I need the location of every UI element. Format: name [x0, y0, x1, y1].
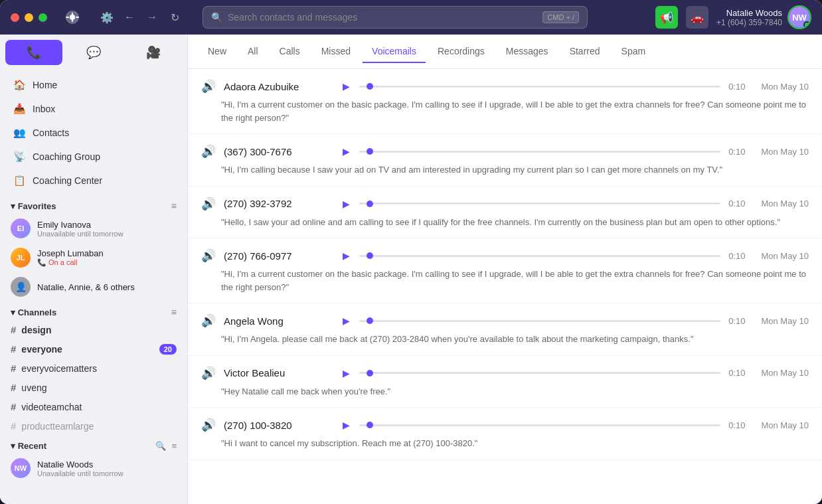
vm-transcript: "Hey Natalie call me back when you're fr… — [221, 385, 809, 398]
hash-icon: # — [11, 382, 16, 393]
channel-uveng[interactable]: # uveng — [0, 378, 187, 397]
channels-actions[interactable]: ≡ — [171, 307, 177, 317]
progress-bar[interactable] — [359, 86, 720, 88]
channel-everyvoicematters[interactable]: # everyvoicematters — [0, 359, 187, 378]
forward-button[interactable]: → — [143, 8, 161, 27]
vm-transcript: "Hi, I'm Angela. please call me back at … — [221, 333, 809, 346]
vm-controls: ▶ — [338, 417, 720, 433]
channel-videoteamchat[interactable]: # videoteamchat — [0, 397, 187, 416]
vm-controls: ▶ — [338, 196, 720, 212]
back-button[interactable]: ← — [120, 8, 139, 27]
voicemail-icon: 🔊 — [201, 418, 216, 432]
play-button[interactable]: ▶ — [338, 417, 354, 433]
channel-badge: 20 — [159, 344, 177, 355]
favorites-label: ▾ Favorites — [11, 201, 56, 211]
recent-natalie[interactable]: NW Natalie Woods Unavailable until tomor… — [0, 454, 187, 483]
tab-all[interactable]: All — [238, 41, 268, 63]
play-button[interactable]: ▶ — [338, 196, 354, 212]
search-recent-icon[interactable]: 🔍 — [155, 441, 166, 451]
voicemail-item[interactable]: 🔊 (270) 100-3820 ▶ 0:10 Mon May 10 "Hi I… — [188, 408, 822, 460]
play-button[interactable]: ▶ — [338, 143, 354, 159]
tab-recordings[interactable]: Recordings — [428, 41, 494, 63]
sidebar: 📞 💬 🎥 🏠 Home 📥 Inbox 👥 Contacts — [0, 35, 188, 504]
progress-bar[interactable] — [359, 320, 720, 322]
play-button[interactable]: ▶ — [338, 313, 354, 329]
titlebar-nav: ⚙️ ← → ↻ — [98, 8, 184, 27]
sidebar-item-contacts[interactable]: 👥 Contacts — [3, 121, 185, 145]
settings-button[interactable]: ⚙️ — [98, 8, 116, 27]
tab-voicemails[interactable]: Voicemails — [363, 41, 426, 63]
voicemail-list: 🔊 Adaora Azubuike ▶ 0:10 Mon May 10 "Hi,… — [188, 69, 822, 504]
channel-everyone[interactable]: # everyone 20 — [0, 339, 187, 359]
sidebar-item-coaching-center[interactable]: 📋 Coaching Center — [3, 169, 185, 193]
sidebar-item-label: Home — [33, 80, 57, 90]
favorite-joseph[interactable]: JL Joseph Lumaban 📞 On a call — [0, 243, 187, 272]
tab-missed[interactable]: Missed — [312, 41, 360, 63]
channel-design[interactable]: # design — [0, 320, 187, 339]
close-button[interactable] — [11, 13, 19, 22]
voicemail-item[interactable]: 🔊 (270) 392-3792 ▶ 0:10 Mon May 10 "Hell… — [188, 187, 822, 239]
voicemail-icon: 🔊 — [201, 366, 216, 380]
favorites-actions[interactable]: ≡ — [171, 201, 177, 211]
search-bar[interactable]: 🔍 CMD + / — [203, 6, 588, 29]
play-button[interactable]: ▶ — [338, 365, 354, 381]
channel-productteamlarge[interactable]: # productteamlarge — [0, 416, 187, 436]
search-input[interactable] — [228, 12, 542, 23]
progress-bar[interactable] — [359, 424, 720, 426]
channel-name: design — [21, 325, 51, 335]
tab-video[interactable]: 🎥 — [125, 40, 182, 65]
car-button[interactable]: 🚗 — [686, 6, 708, 29]
channels-section-header: ▾ Channels ≡ — [0, 301, 187, 320]
notification-button[interactable]: 📢 — [655, 6, 678, 29]
coaching-group-icon: 📡 — [13, 151, 26, 163]
play-button[interactable]: ▶ — [338, 78, 354, 94]
play-button[interactable]: ▶ — [338, 248, 354, 264]
joseph-name: Joseph Lumaban — [37, 248, 177, 258]
tab-starred[interactable]: Starred — [560, 41, 610, 63]
voicemail-item[interactable]: 🔊 (367) 300-7676 ▶ 0:10 Mon May 10 "Hi, … — [188, 134, 822, 187]
maximize-button[interactable] — [39, 13, 47, 22]
tab-messages[interactable]: Messages — [497, 41, 558, 63]
minimize-button[interactable] — [25, 13, 33, 22]
recent-section-header: ▾ Recent 🔍 ≡ — [0, 436, 187, 454]
natalie-info: Natalie Woods Unavailable until tomorrow — [37, 460, 177, 477]
progress-bar[interactable] — [359, 203, 720, 205]
tab-calls[interactable]: Calls — [270, 41, 309, 63]
sidebar-item-inbox[interactable]: 📥 Inbox — [3, 97, 185, 121]
tab-spam[interactable]: Spam — [612, 41, 655, 63]
recent-actions[interactable]: 🔍 ≡ — [155, 441, 177, 451]
titlebar-right: 📢 🚗 Natalie Woods +1 (604) 359-7840 NW — [655, 5, 811, 29]
tab-new[interactable]: New — [199, 41, 236, 63]
emily-name: Emily Ivanova — [37, 220, 177, 230]
voicemail-item[interactable]: 🔊 Angela Wong ▶ 0:10 Mon May 10 "Hi, I'm… — [188, 303, 822, 356]
progress-bar[interactable] — [359, 151, 720, 153]
voicemail-item[interactable]: 🔊 Adaora Azubuike ▶ 0:10 Mon May 10 "Hi,… — [188, 69, 822, 134]
progress-bar[interactable] — [359, 255, 720, 257]
voicemail-item[interactable]: 🔊 (270) 766-0977 ▶ 0:10 Mon May 10 "Hi, … — [188, 238, 822, 303]
channel-name: everyvoicematters — [21, 363, 97, 374]
vm-header: 🔊 (270) 392-3792 ▶ 0:10 Mon May 10 — [201, 196, 809, 212]
sidebar-item-coaching-group[interactable]: 📡 Coaching Group — [3, 145, 185, 169]
group-name: Natalie, Annie, & 6 others — [37, 282, 177, 292]
vm-date: Mon May 10 — [761, 420, 809, 430]
tab-phone[interactable]: 📞 — [5, 40, 62, 65]
main-layout: 📞 💬 🎥 🏠 Home 📥 Inbox 👥 Contacts — [0, 35, 822, 504]
tab-messages[interactable]: 💬 — [65, 40, 122, 65]
avatar[interactable]: NW — [787, 5, 811, 29]
more-recent-icon[interactable]: ≡ — [171, 441, 177, 451]
refresh-button[interactable]: ↻ — [165, 8, 184, 27]
sidebar-item-home[interactable]: 🏠 Home — [3, 73, 185, 97]
caller-name: (270) 392-3792 — [224, 198, 330, 209]
app-window: ⚙️ ← → ↻ 🔍 CMD + / 📢 🚗 Natalie Woods +1 … — [0, 0, 822, 504]
favorite-emily[interactable]: EI Emily Ivanova Unavailable until tomor… — [0, 214, 187, 243]
favorite-group[interactable]: 👤 Natalie, Annie, & 6 others — [0, 272, 187, 301]
progress-bar[interactable] — [359, 372, 720, 374]
hash-icon: # — [11, 420, 16, 432]
caller-name: Angela Wong — [224, 315, 330, 327]
status-dot — [803, 21, 810, 28]
joseph-avatar: JL — [11, 248, 31, 268]
progress-dot — [367, 148, 373, 155]
vm-header: 🔊 (270) 766-0977 ▶ 0:10 Mon May 10 — [201, 248, 809, 264]
voicemail-item[interactable]: 🔊 Victor Bealieu ▶ 0:10 Mon May 10 "Hey … — [188, 356, 822, 408]
vm-duration: 0:10 — [728, 147, 745, 157]
